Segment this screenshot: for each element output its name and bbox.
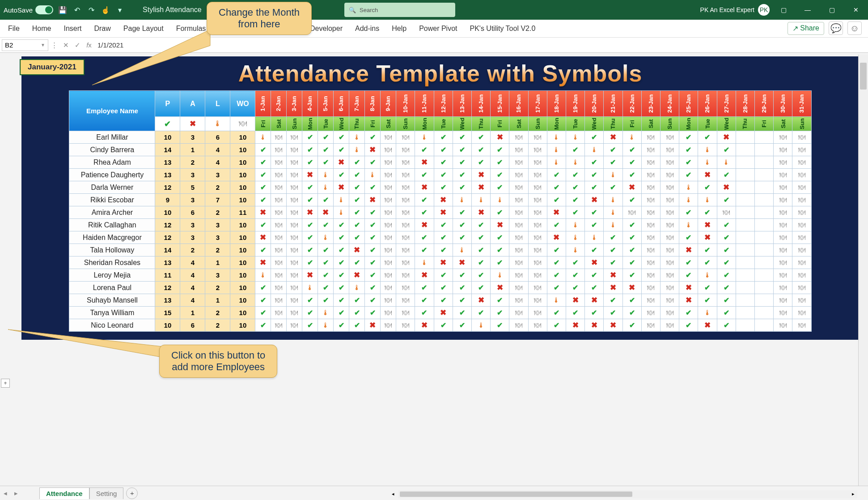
day-cell[interactable]: 🍽 bbox=[287, 194, 302, 206]
day-cell[interactable]: 🍽 bbox=[287, 219, 302, 231]
day-cell[interactable]: 🌡 bbox=[471, 194, 490, 206]
day-cell[interactable]: 🌡 bbox=[365, 169, 381, 181]
day-cell[interactable]: 🍽 bbox=[641, 231, 660, 244]
day-cell[interactable]: 🌡 bbox=[318, 319, 334, 332]
day-cell[interactable]: ✔ bbox=[434, 219, 453, 231]
day-cell[interactable]: ✔ bbox=[585, 181, 604, 194]
day-cell[interactable]: 🍽 bbox=[660, 194, 679, 206]
day-cell[interactable]: 🌡 bbox=[318, 169, 334, 181]
day-cell[interactable]: ✔ bbox=[415, 206, 434, 219]
day-cell[interactable]: ✔ bbox=[365, 294, 381, 307]
day-cell[interactable]: ✖ bbox=[255, 256, 271, 269]
day-cell[interactable]: ✔ bbox=[717, 144, 736, 156]
day-cell[interactable] bbox=[754, 206, 773, 219]
day-cell[interactable]: 🍽 bbox=[271, 206, 287, 219]
day-cell[interactable]: ✔ bbox=[491, 319, 509, 332]
day-cell[interactable]: ✔ bbox=[349, 181, 365, 194]
day-cell[interactable]: 🍽 bbox=[381, 206, 396, 219]
day-cell[interactable]: 🍽 bbox=[509, 219, 528, 231]
day-cell[interactable]: ✔ bbox=[334, 231, 349, 244]
day-cell[interactable]: ✔ bbox=[471, 244, 490, 256]
day-cell[interactable]: ✔ bbox=[717, 319, 736, 332]
day-cell[interactable]: ✔ bbox=[491, 169, 509, 181]
day-cell[interactable]: 🍽 bbox=[660, 206, 679, 219]
day-cell[interactable]: ✔ bbox=[471, 282, 490, 294]
sheet-nav-prev-icon[interactable]: ▸ bbox=[11, 489, 21, 497]
day-cell[interactable]: ✔ bbox=[491, 294, 509, 307]
day-cell[interactable]: 🍽 bbox=[287, 244, 302, 256]
day-cell[interactable]: 🌡 bbox=[566, 244, 584, 256]
day-cell[interactable]: ✔ bbox=[349, 231, 365, 244]
day-cell[interactable]: 🍽 bbox=[792, 181, 811, 194]
day-cell[interactable] bbox=[754, 244, 773, 256]
day-cell[interactable]: ✖ bbox=[471, 181, 490, 194]
day-cell[interactable]: 🍽 bbox=[509, 307, 528, 319]
day-cell[interactable]: ✖ bbox=[302, 169, 318, 181]
day-cell[interactable]: 🍽 bbox=[271, 194, 287, 206]
day-cell[interactable]: ✔ bbox=[349, 256, 365, 269]
enter-formula-icon[interactable]: ✓ bbox=[72, 41, 83, 49]
day-cell[interactable]: ✖ bbox=[491, 282, 509, 294]
day-cell[interactable]: 🍽 bbox=[509, 156, 528, 169]
day-cell[interactable]: ✖ bbox=[585, 256, 604, 269]
day-cell[interactable]: ✔ bbox=[302, 131, 318, 144]
day-cell[interactable]: 🍽 bbox=[641, 169, 660, 181]
day-cell[interactable]: 🍽 bbox=[396, 131, 415, 144]
day-cell[interactable]: ✖ bbox=[491, 219, 509, 231]
day-cell[interactable]: ✔ bbox=[547, 319, 566, 332]
day-cell[interactable] bbox=[754, 319, 773, 332]
day-cell[interactable]: 🍽 bbox=[271, 231, 287, 244]
day-cell[interactable]: ✔ bbox=[302, 244, 318, 256]
day-cell[interactable]: ✔ bbox=[349, 307, 365, 319]
day-cell[interactable]: 🍽 bbox=[641, 256, 660, 269]
day-cell[interactable]: ✔ bbox=[585, 206, 604, 219]
smile-icon[interactable]: ☺ bbox=[847, 21, 862, 35]
day-cell[interactable]: 🌡 bbox=[491, 269, 509, 282]
day-cell[interactable]: 🍽 bbox=[509, 269, 528, 282]
day-cell[interactable]: ✔ bbox=[471, 256, 490, 269]
day-cell[interactable]: ✖ bbox=[717, 181, 736, 194]
day-cell[interactable]: 🍽 bbox=[528, 282, 547, 294]
day-cell[interactable]: 🌡 bbox=[318, 307, 334, 319]
day-cell[interactable] bbox=[736, 244, 754, 256]
day-cell[interactable]: 🍽 bbox=[396, 219, 415, 231]
day-cell[interactable]: 🍽 bbox=[509, 294, 528, 307]
day-cell[interactable]: ✔ bbox=[453, 181, 471, 194]
day-cell[interactable]: 🍽 bbox=[660, 307, 679, 319]
day-cell[interactable]: ✖ bbox=[698, 169, 717, 181]
day-cell[interactable]: 🌡 bbox=[415, 131, 434, 144]
day-cell[interactable]: 🍽 bbox=[528, 307, 547, 319]
day-cell[interactable]: 🍽 bbox=[509, 144, 528, 156]
day-cell[interactable]: ✔ bbox=[453, 307, 471, 319]
day-cell[interactable]: ✖ bbox=[679, 282, 698, 294]
day-cell[interactable]: ✔ bbox=[365, 181, 381, 194]
day-cell[interactable]: ✖ bbox=[349, 269, 365, 282]
horizontal-scrollbar[interactable]: ▸◂ bbox=[398, 490, 857, 498]
day-cell[interactable]: ✔ bbox=[717, 194, 736, 206]
day-cell[interactable]: 🌡 bbox=[679, 181, 698, 194]
day-cell[interactable]: ✔ bbox=[302, 181, 318, 194]
day-cell[interactable]: ✔ bbox=[622, 194, 641, 206]
day-cell[interactable]: ✔ bbox=[349, 319, 365, 332]
day-cell[interactable]: ✔ bbox=[547, 282, 566, 294]
day-cell[interactable]: ✔ bbox=[318, 131, 334, 144]
day-cell[interactable]: ✖ bbox=[415, 319, 434, 332]
day-cell[interactable]: 🍽 bbox=[660, 231, 679, 244]
day-cell[interactable]: ✖ bbox=[415, 181, 434, 194]
day-cell[interactable]: 🍽 bbox=[774, 131, 792, 144]
save-icon[interactable]: 💾 bbox=[58, 5, 68, 15]
day-cell[interactable]: 🍽 bbox=[792, 244, 811, 256]
day-cell[interactable]: 🍽 bbox=[622, 206, 641, 219]
day-cell[interactable]: ✔ bbox=[302, 156, 318, 169]
day-cell[interactable]: ✔ bbox=[453, 294, 471, 307]
day-cell[interactable]: 🌡 bbox=[491, 194, 509, 206]
day-cell[interactable]: ✔ bbox=[491, 181, 509, 194]
day-cell[interactable]: ✔ bbox=[717, 231, 736, 244]
tab-help[interactable]: Help bbox=[392, 25, 406, 33]
day-cell[interactable]: ✖ bbox=[415, 219, 434, 231]
day-cell[interactable]: ✔ bbox=[365, 256, 381, 269]
day-cell[interactable]: 🍽 bbox=[792, 219, 811, 231]
day-cell[interactable]: ✔ bbox=[453, 144, 471, 156]
day-cell[interactable]: 🌡 bbox=[547, 131, 566, 144]
day-cell[interactable]: ✖ bbox=[566, 294, 584, 307]
